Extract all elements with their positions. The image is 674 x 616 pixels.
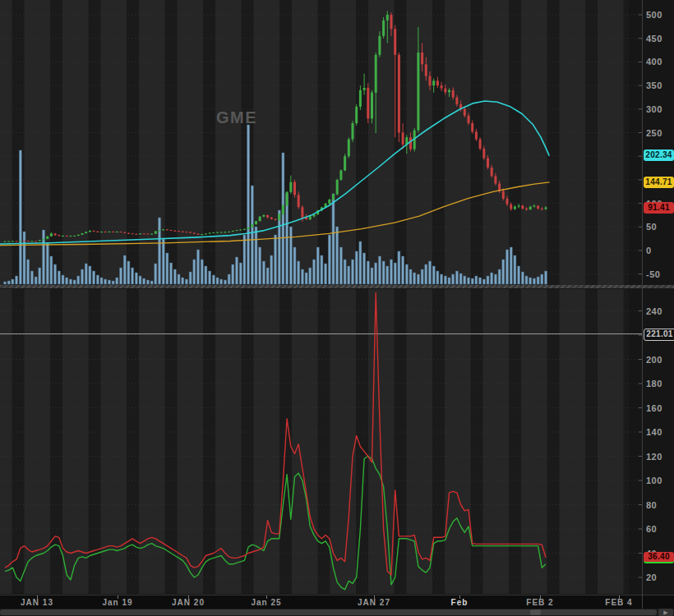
- candle: [471, 123, 473, 131]
- volume-bar: [69, 279, 72, 284]
- volume-bar: [468, 278, 470, 284]
- candle: [212, 232, 215, 233]
- volume-bar: [259, 247, 261, 284]
- volume-bar: [255, 227, 257, 284]
- candle: [178, 231, 180, 232]
- candle: [286, 192, 289, 205]
- candle: [66, 236, 68, 237]
- candle: [4, 241, 7, 242]
- scrollbar-track[interactable]: [0, 609, 657, 615]
- volume-bar: [545, 271, 547, 284]
- scrollbar-thumb[interactable]: [530, 609, 541, 615]
- session-stripe: [356, 0, 368, 285]
- candle: [19, 241, 21, 241]
- candle: [417, 53, 419, 131]
- volume-bar: [409, 269, 412, 284]
- candle: [289, 182, 292, 192]
- candle: [58, 235, 60, 236]
- panel-splitter[interactable]: [0, 285, 674, 288]
- volume-bar: [132, 268, 134, 284]
- volume-bar: [394, 263, 396, 284]
- volume-bar: [104, 279, 107, 284]
- date-axis[interactable]: [0, 595, 674, 609]
- candle: [448, 90, 450, 92]
- candle: [545, 208, 547, 209]
- candle: [409, 137, 412, 149]
- volume-bar: [375, 263, 377, 284]
- volume-bar: [224, 280, 226, 284]
- candle: [378, 36, 381, 55]
- candle: [243, 229, 246, 230]
- volume-bar: [321, 255, 323, 284]
- volume-bar: [382, 261, 385, 284]
- volume-bar: [85, 264, 87, 284]
- candle: [494, 176, 496, 183]
- volume-bar: [367, 261, 369, 284]
- volume-bar: [325, 264, 327, 284]
- candle: [479, 140, 482, 149]
- chart-canvas[interactable]: [0, 0, 674, 616]
- volume-bar: [502, 260, 505, 284]
- volume-bar: [506, 250, 509, 284]
- candle: [12, 241, 14, 241]
- candle: [247, 228, 250, 229]
- candle: [116, 232, 118, 232]
- candle: [85, 232, 87, 233]
- candle: [332, 195, 335, 200]
- volume-bar: [189, 272, 192, 284]
- session-stripe: [624, 0, 630, 285]
- candle: [502, 191, 505, 199]
- session-stripe: [432, 0, 445, 285]
- volume-bar: [278, 210, 280, 284]
- volume-bar: [529, 278, 532, 284]
- volume-bar: [220, 279, 223, 284]
- candle: [468, 116, 470, 123]
- candle: [159, 230, 161, 231]
- scroll-right-button[interactable]: ▶: [658, 609, 673, 616]
- candle: [93, 231, 95, 232]
- candle: [482, 149, 485, 158]
- volume-bar: [275, 235, 277, 284]
- candle: [436, 80, 439, 85]
- candle: [108, 232, 110, 232]
- volume-bar: [43, 230, 45, 284]
- candle: [518, 205, 520, 206]
- candle: [275, 219, 277, 220]
- candle: [46, 237, 48, 239]
- candle: [386, 15, 389, 21]
- session-stripe: [12, 0, 25, 285]
- candle: [541, 209, 543, 209]
- volume-bar: [316, 247, 319, 284]
- volume-bar: [58, 271, 60, 284]
- candle: [441, 85, 443, 88]
- candle: [344, 156, 346, 170]
- session-stripe: [127, 0, 139, 285]
- candle: [236, 230, 238, 231]
- candle: [81, 233, 84, 235]
- volume-bar: [363, 253, 366, 284]
- volume-bar: [313, 260, 316, 284]
- volume-bar: [19, 150, 21, 284]
- volume-bar: [402, 256, 404, 284]
- volume-bar: [89, 266, 91, 284]
- candle: [50, 233, 53, 236]
- volume-bar: [54, 264, 57, 284]
- volume-bar: [178, 274, 180, 284]
- volume-bar: [293, 247, 296, 284]
- volume-bar: [100, 278, 103, 284]
- volume-bar: [159, 218, 161, 284]
- volume-bar: [398, 251, 400, 284]
- volume-bar: [127, 261, 130, 284]
- candle: [166, 229, 168, 230]
- volume-bar: [441, 274, 443, 284]
- candle: [487, 158, 489, 167]
- volume-bar: [247, 125, 250, 284]
- volume-bar: [16, 276, 18, 284]
- volume-bar: [448, 278, 450, 284]
- candle: [301, 207, 303, 218]
- volume-bar: [491, 273, 493, 284]
- candle: [201, 234, 203, 235]
- candle: [464, 109, 466, 116]
- symbol-watermark: GME: [216, 108, 257, 127]
- candle: [533, 205, 535, 206]
